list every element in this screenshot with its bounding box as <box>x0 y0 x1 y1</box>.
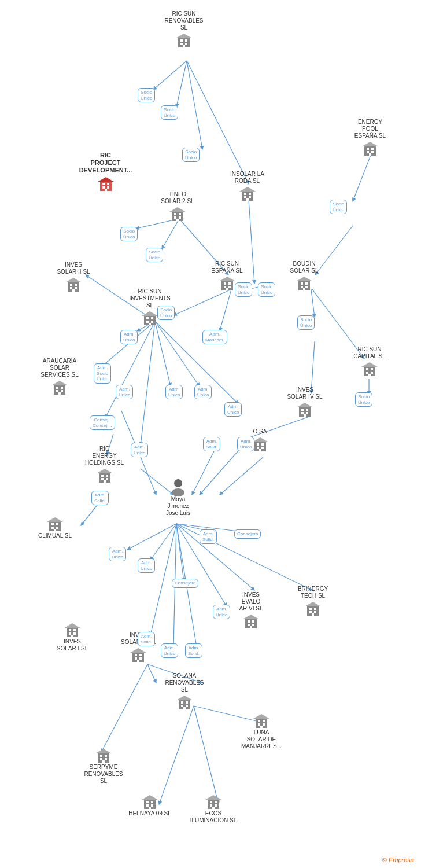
icon-inves-solar-iii <box>130 647 146 663</box>
svg-line-12 <box>220 289 231 331</box>
svg-rect-62 <box>107 186 109 189</box>
node-luna-solar: LUNASOLAR DEMANJARRES... <box>238 713 285 751</box>
svg-rect-175 <box>248 624 250 626</box>
svg-rect-139 <box>261 447 264 449</box>
label-ric-energy: RICENERGYHOLDINGS SL <box>85 446 124 466</box>
svg-marker-106 <box>296 277 312 281</box>
node-inves-solar-iv: INVESSOLAR IV SL <box>282 387 327 418</box>
label-climual: CLIMUAL SL <box>38 532 72 539</box>
svg-rect-215 <box>210 801 212 803</box>
svg-marker-155 <box>47 517 63 522</box>
svg-line-49 <box>194 706 219 804</box>
svg-rect-218 <box>215 804 217 807</box>
icon-ric-energy <box>97 468 113 484</box>
svg-line-5 <box>353 149 373 201</box>
svg-rect-87 <box>70 284 72 286</box>
svg-line-46 <box>147 664 156 683</box>
svg-rect-132 <box>306 412 308 414</box>
icon-ric-sun-espana <box>219 275 235 292</box>
svg-rect-82 <box>244 196 246 198</box>
svg-rect-122 <box>366 368 368 370</box>
svg-rect-80 <box>244 193 246 195</box>
svg-rect-216 <box>215 801 217 803</box>
label-energy-pool: ENERGYPOOLESPAÑA SL <box>354 119 386 139</box>
svg-rect-183 <box>314 611 316 613</box>
svg-rect-97 <box>228 286 231 288</box>
svg-marker-57 <box>176 34 192 38</box>
svg-rect-160 <box>73 629 76 631</box>
icon-araucaria <box>51 380 68 396</box>
svg-rect-52 <box>180 39 183 42</box>
svg-rect-209 <box>151 801 153 803</box>
svg-rect-130 <box>306 409 308 411</box>
svg-rect-159 <box>69 629 71 631</box>
badge-adm-unico-10: Adm.Unico <box>213 605 230 619</box>
node-araucaria: ARAUCARIASOLARSERVICES SL <box>36 358 83 396</box>
badge-adm-unico-4: Adm.Unico <box>194 385 212 399</box>
svg-marker-148 <box>97 469 113 473</box>
svg-point-157 <box>172 488 184 496</box>
svg-rect-137 <box>261 443 264 446</box>
badge-socio-unico-3: SocioÚnico <box>182 148 200 162</box>
svg-marker-127 <box>361 362 378 367</box>
node-climual: CLIMUAL SL <box>35 516 75 540</box>
svg-line-8 <box>162 219 179 249</box>
node-insolar: INSOLAR LARODA SL <box>226 171 269 202</box>
svg-rect-69 <box>371 151 374 153</box>
label-insolar: INSOLAR LARODA SL <box>230 171 264 185</box>
svg-marker-192 <box>176 696 193 700</box>
badge-adm-socio-unico: Adm.SocioÚnico <box>94 363 111 384</box>
svg-rect-170 <box>137 660 139 662</box>
svg-rect-162 <box>73 632 76 635</box>
svg-rect-129 <box>301 409 304 411</box>
svg-rect-212 <box>149 807 151 809</box>
svg-line-34 <box>127 524 176 550</box>
svg-rect-147 <box>104 480 106 483</box>
svg-rect-94 <box>224 282 226 285</box>
svg-rect-108 <box>146 317 149 319</box>
node-ric-energy: RICENERGYHOLDINGS SL <box>80 446 129 484</box>
node-solana: SOLANARENOVABLES SL <box>161 672 208 711</box>
svg-rect-153 <box>56 527 58 529</box>
svg-rect-203 <box>100 758 102 760</box>
svg-line-29 <box>200 446 243 495</box>
svg-rect-104 <box>305 286 308 288</box>
svg-rect-76 <box>179 216 181 219</box>
svg-rect-168 <box>135 657 137 660</box>
svg-rect-74 <box>179 213 181 215</box>
svg-rect-84 <box>246 198 249 201</box>
svg-marker-99 <box>219 277 235 281</box>
svg-rect-55 <box>185 43 187 45</box>
svg-rect-143 <box>101 475 104 477</box>
svg-line-35 <box>150 524 176 560</box>
svg-rect-163 <box>71 635 73 637</box>
svg-marker-92 <box>65 278 82 282</box>
badge-adm-solid-2: Adm.Solid. <box>91 491 109 505</box>
svg-rect-191 <box>183 707 186 709</box>
svg-rect-210 <box>146 804 149 807</box>
svg-rect-59 <box>102 183 105 185</box>
badge-consej: Consej..Consej.... <box>90 415 115 430</box>
svg-rect-91 <box>72 289 75 292</box>
svg-line-22 <box>311 289 315 317</box>
svg-rect-208 <box>146 801 149 803</box>
svg-line-18 <box>155 321 200 387</box>
svg-rect-144 <box>106 475 108 477</box>
svg-rect-70 <box>369 153 371 156</box>
svg-rect-169 <box>139 657 142 660</box>
badge-adm-unico-6: Adm.Unico <box>237 437 254 451</box>
svg-rect-90 <box>75 287 77 289</box>
svg-rect-138 <box>257 447 259 449</box>
icon-helnaya <box>142 794 158 810</box>
badge-adm-unico-1: Adm.Unico <box>120 330 138 344</box>
label-ric-sun-espana: RIC SUNESPAÑA SL <box>211 260 242 274</box>
svg-rect-167 <box>139 654 142 656</box>
svg-rect-198 <box>260 726 263 728</box>
node-helnaya: HELNAYA 09 SL <box>127 794 172 818</box>
label-helnaya: HELNAYA 09 SL <box>128 810 171 817</box>
label-araucaria: ARAUCARIASOLARSERVICES SL <box>40 358 78 378</box>
icon-serpyme <box>95 748 112 764</box>
svg-rect-75 <box>174 216 176 219</box>
svg-line-20 <box>141 321 155 446</box>
icon-insolar <box>239 186 256 202</box>
